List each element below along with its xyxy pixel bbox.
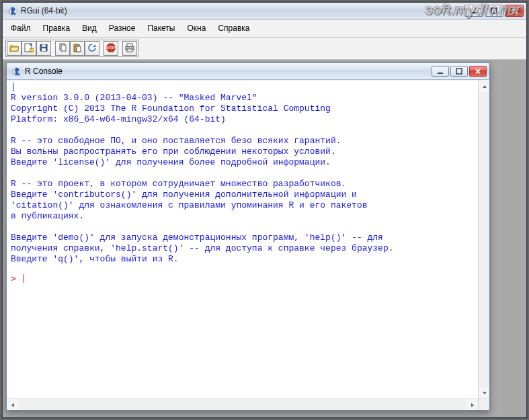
- copy-button[interactable]: [55, 41, 70, 56]
- print-button[interactable]: [122, 41, 137, 56]
- svg-rect-17: [127, 49, 132, 52]
- console-body[interactable]: | R version 3.0.0 (2013-04-03) -- "Maske…: [7, 80, 489, 410]
- scroll-up-button[interactable]: [479, 81, 489, 92]
- menu-windows[interactable]: Окна: [182, 22, 212, 35]
- horizontal-scrollbar[interactable]: [7, 398, 478, 410]
- console-minimize-button[interactable]: [432, 66, 449, 77]
- paste-button[interactable]: [70, 41, 85, 56]
- scroll-right-button[interactable]: [466, 399, 478, 410]
- menu-view[interactable]: Вид: [77, 22, 102, 35]
- save-button[interactable]: [36, 41, 51, 56]
- console-titlebar[interactable]: R Console: [7, 63, 489, 80]
- main-titlebar[interactable]: RGui (64-bit): [3, 3, 526, 19]
- paste-icon: [73, 43, 82, 54]
- main-window-title: RGui (64-bit): [21, 6, 67, 15]
- console-window: R Console | R version 3.0.0 (2013-04-03)…: [6, 62, 490, 411]
- svg-rect-12: [77, 46, 81, 52]
- save-icon: [39, 43, 48, 54]
- svg-rect-20: [438, 73, 443, 74]
- load-workspace-icon: [24, 43, 34, 54]
- console-output[interactable]: | R version 3.0.0 (2013-04-03) -- "Maske…: [7, 81, 489, 265]
- cursor-icon: [24, 274, 24, 283]
- toolbar: STOP: [3, 38, 526, 60]
- menubar: Файл Правка Вид Разное Пакеты Окна Справ…: [3, 19, 526, 38]
- stop-button[interactable]: STOP: [104, 41, 118, 56]
- stop-icon: STOP: [106, 43, 116, 54]
- print-icon: [125, 43, 134, 54]
- open-icon: [9, 43, 19, 54]
- toolbar-group: STOP: [5, 40, 138, 57]
- console-prompt: >: [11, 274, 22, 284]
- close-button[interactable]: [505, 5, 524, 17]
- r-logo-icon: [7, 5, 17, 16]
- menu-file[interactable]: Файл: [5, 22, 36, 35]
- scroll-track[interactable]: [479, 92, 489, 387]
- svg-rect-21: [456, 69, 462, 74]
- svg-rect-15: [127, 44, 132, 46]
- r-logo-icon: [11, 66, 22, 77]
- menu-help[interactable]: Справка: [212, 22, 255, 35]
- refresh-icon: [87, 43, 97, 54]
- menu-edit[interactable]: Правка: [38, 22, 76, 35]
- menu-misc[interactable]: Разное: [104, 22, 141, 35]
- svg-rect-6: [42, 44, 46, 47]
- minimize-button[interactable]: [464, 5, 483, 17]
- mdi-client-area: R Console | R version 3.0.0 (2013-04-03)…: [3, 60, 526, 417]
- svg-rect-5: [30, 48, 34, 52]
- open-button[interactable]: [7, 41, 22, 56]
- load-workspace-button[interactable]: [22, 41, 36, 56]
- scroll-down-button[interactable]: [479, 387, 489, 398]
- refresh-button[interactable]: [85, 41, 99, 56]
- svg-rect-2: [471, 12, 477, 13]
- copy-icon: [58, 43, 67, 54]
- maximize-button[interactable]: [485, 5, 503, 17]
- menu-packages[interactable]: Пакеты: [142, 22, 180, 35]
- svg-rect-7: [42, 48, 46, 51]
- scroll-left-button[interactable]: [7, 399, 18, 410]
- console-prompt-line[interactable]: >: [7, 274, 489, 285]
- console-close-button[interactable]: [469, 66, 487, 77]
- main-window-controls: [464, 5, 524, 17]
- vertical-scrollbar[interactable]: [478, 81, 489, 398]
- console-window-controls: [432, 66, 487, 77]
- svg-rect-11: [75, 44, 78, 45]
- svg-text:STOP: STOP: [106, 46, 116, 50]
- scrollbar-corner: [478, 398, 489, 410]
- scroll-track[interactable]: [18, 399, 466, 410]
- main-window: RGui (64-bit) Файл Правка Вид Разное Пак…: [2, 2, 527, 418]
- svg-rect-3: [491, 8, 497, 13]
- console-maximize-button[interactable]: [450, 66, 468, 77]
- console-window-title: R Console: [25, 67, 63, 76]
- svg-rect-9: [61, 45, 66, 51]
